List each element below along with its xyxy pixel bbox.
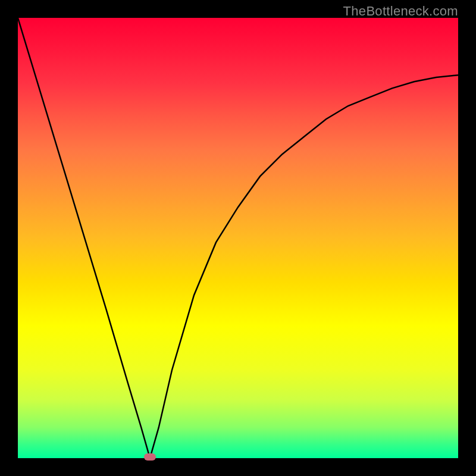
watermark-text: TheBottleneck.com [343, 4, 458, 19]
bottleneck-curve [18, 18, 458, 458]
minimum-point-marker [144, 453, 156, 461]
